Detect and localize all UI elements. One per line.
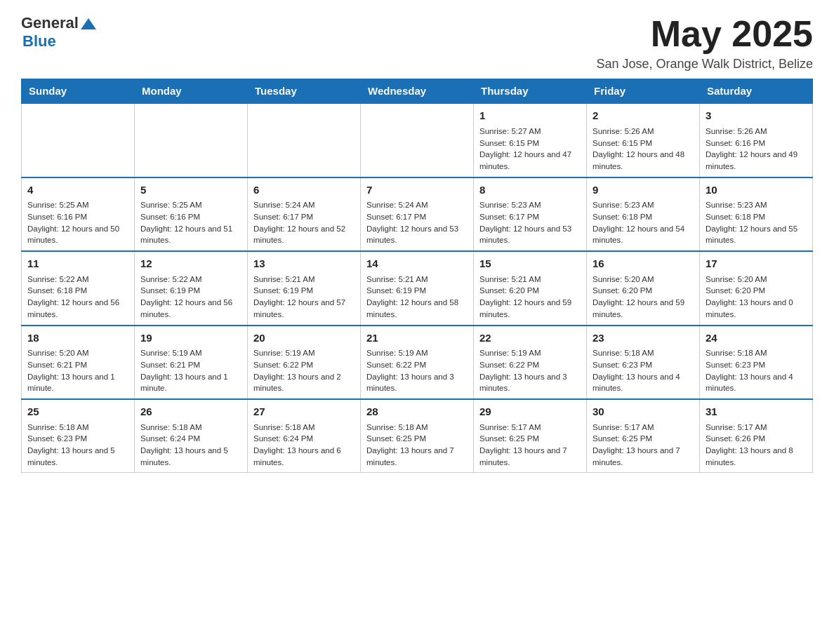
day-info: Sunrise: 5:24 AM Sunset: 6:17 PM Dayligh… <box>366 199 468 246</box>
calendar-cell: 14Sunrise: 5:21 AM Sunset: 6:19 PM Dayli… <box>361 251 474 325</box>
day-info: Sunrise: 5:19 AM Sunset: 6:22 PM Dayligh… <box>366 347 468 394</box>
day-info: Sunrise: 5:24 AM Sunset: 6:17 PM Dayligh… <box>253 199 355 246</box>
day-number: 23 <box>593 330 694 346</box>
day-info: Sunrise: 5:17 AM Sunset: 6:26 PM Dayligh… <box>706 422 807 469</box>
day-info: Sunrise: 5:22 AM Sunset: 6:18 PM Dayligh… <box>27 274 128 321</box>
calendar-cell: 24Sunrise: 5:18 AM Sunset: 6:23 PM Dayli… <box>700 326 813 399</box>
calendar-header-row: SundayMondayTuesdayWednesdayThursdayFrid… <box>22 79 813 104</box>
calendar-cell: 22Sunrise: 5:19 AM Sunset: 6:22 PM Dayli… <box>474 326 587 399</box>
day-info: Sunrise: 5:21 AM Sunset: 6:19 PM Dayligh… <box>366 274 468 321</box>
calendar-cell: 13Sunrise: 5:21 AM Sunset: 6:19 PM Dayli… <box>248 251 361 325</box>
day-info: Sunrise: 5:27 AM Sunset: 6:15 PM Dayligh… <box>479 126 581 173</box>
day-number: 14 <box>366 256 468 271</box>
calendar-cell: 12Sunrise: 5:22 AM Sunset: 6:19 PM Dayli… <box>135 251 248 325</box>
day-info: Sunrise: 5:20 AM Sunset: 6:20 PM Dayligh… <box>706 274 807 321</box>
day-number: 27 <box>253 404 355 420</box>
header-wednesday: Wednesday <box>361 79 474 104</box>
day-info: Sunrise: 5:19 AM Sunset: 6:22 PM Dayligh… <box>479 347 581 394</box>
day-info: Sunrise: 5:18 AM Sunset: 6:23 PM Dayligh… <box>706 347 807 394</box>
calendar-cell: 26Sunrise: 5:18 AM Sunset: 6:24 PM Dayli… <box>135 399 248 473</box>
day-number: 10 <box>706 182 807 198</box>
header-sunday: Sunday <box>22 79 135 104</box>
day-number: 22 <box>479 330 581 346</box>
calendar-table: SundayMondayTuesdayWednesdayThursdayFrid… <box>21 79 813 473</box>
day-number: 7 <box>366 182 468 198</box>
day-info: Sunrise: 5:22 AM Sunset: 6:19 PM Dayligh… <box>140 274 241 321</box>
day-number: 30 <box>593 404 694 420</box>
day-number: 6 <box>253 182 355 198</box>
calendar-cell: 23Sunrise: 5:18 AM Sunset: 6:23 PM Dayli… <box>587 326 700 399</box>
calendar-cell: 18Sunrise: 5:20 AM Sunset: 6:21 PM Dayli… <box>22 326 135 399</box>
month-title: May 2025 <box>597 14 813 54</box>
week-row-3: 11Sunrise: 5:22 AM Sunset: 6:18 PM Dayli… <box>22 251 813 325</box>
calendar-cell: 4Sunrise: 5:25 AM Sunset: 6:16 PM Daylig… <box>22 177 135 251</box>
day-number: 9 <box>593 182 694 198</box>
day-number: 31 <box>706 404 807 420</box>
day-number: 16 <box>593 256 694 271</box>
calendar-cell <box>361 103 474 177</box>
day-info: Sunrise: 5:21 AM Sunset: 6:19 PM Dayligh… <box>253 274 355 321</box>
logo-blue-text: Blue <box>22 32 56 51</box>
day-number: 4 <box>27 182 128 198</box>
day-info: Sunrise: 5:19 AM Sunset: 6:22 PM Dayligh… <box>253 347 355 394</box>
calendar-cell: 1Sunrise: 5:27 AM Sunset: 6:15 PM Daylig… <box>474 103 587 177</box>
calendar-cell: 17Sunrise: 5:20 AM Sunset: 6:20 PM Dayli… <box>700 251 813 325</box>
day-number: 29 <box>479 404 581 420</box>
day-number: 25 <box>27 404 128 420</box>
day-info: Sunrise: 5:18 AM Sunset: 6:24 PM Dayligh… <box>253 422 355 469</box>
day-number: 19 <box>140 330 241 346</box>
header-tuesday: Tuesday <box>248 79 361 104</box>
day-number: 13 <box>253 256 355 271</box>
calendar-cell <box>22 103 135 177</box>
day-number: 24 <box>706 330 807 346</box>
day-number: 11 <box>27 256 128 271</box>
calendar-cell: 10Sunrise: 5:23 AM Sunset: 6:18 PM Dayli… <box>700 177 813 251</box>
day-info: Sunrise: 5:20 AM Sunset: 6:20 PM Dayligh… <box>593 274 694 321</box>
calendar-cell: 2Sunrise: 5:26 AM Sunset: 6:15 PM Daylig… <box>587 103 700 177</box>
day-number: 12 <box>140 256 241 271</box>
day-number: 2 <box>593 108 694 123</box>
day-info: Sunrise: 5:23 AM Sunset: 6:18 PM Dayligh… <box>706 199 807 246</box>
day-info: Sunrise: 5:25 AM Sunset: 6:16 PM Dayligh… <box>140 199 241 246</box>
day-info: Sunrise: 5:19 AM Sunset: 6:21 PM Dayligh… <box>140 347 241 394</box>
header-monday: Monday <box>135 79 248 104</box>
day-number: 8 <box>479 182 581 198</box>
week-row-2: 4Sunrise: 5:25 AM Sunset: 6:16 PM Daylig… <box>22 177 813 251</box>
svg-marker-0 <box>81 18 96 29</box>
calendar-cell: 25Sunrise: 5:18 AM Sunset: 6:23 PM Dayli… <box>22 399 135 473</box>
day-number: 15 <box>479 256 581 271</box>
calendar-cell: 11Sunrise: 5:22 AM Sunset: 6:18 PM Dayli… <box>22 251 135 325</box>
day-number: 18 <box>27 330 128 346</box>
day-number: 21 <box>366 330 468 346</box>
day-info: Sunrise: 5:18 AM Sunset: 6:23 PM Dayligh… <box>593 347 694 394</box>
day-info: Sunrise: 5:20 AM Sunset: 6:21 PM Dayligh… <box>27 347 128 394</box>
logo: General Blue <box>21 14 96 51</box>
day-info: Sunrise: 5:25 AM Sunset: 6:16 PM Dayligh… <box>27 199 128 246</box>
week-row-1: 1Sunrise: 5:27 AM Sunset: 6:15 PM Daylig… <box>22 103 813 177</box>
day-number: 3 <box>706 108 807 123</box>
calendar-cell: 30Sunrise: 5:17 AM Sunset: 6:25 PM Dayli… <box>587 399 700 473</box>
day-info: Sunrise: 5:18 AM Sunset: 6:24 PM Dayligh… <box>140 422 241 469</box>
week-row-5: 25Sunrise: 5:18 AM Sunset: 6:23 PM Dayli… <box>22 399 813 473</box>
calendar-cell: 20Sunrise: 5:19 AM Sunset: 6:22 PM Dayli… <box>248 326 361 399</box>
logo-general-text: General <box>21 14 79 32</box>
day-number: 1 <box>479 108 581 123</box>
day-info: Sunrise: 5:21 AM Sunset: 6:20 PM Dayligh… <box>479 274 581 321</box>
day-info: Sunrise: 5:17 AM Sunset: 6:25 PM Dayligh… <box>479 422 581 469</box>
week-row-4: 18Sunrise: 5:20 AM Sunset: 6:21 PM Dayli… <box>22 326 813 399</box>
calendar-cell: 27Sunrise: 5:18 AM Sunset: 6:24 PM Dayli… <box>248 399 361 473</box>
calendar-cell: 6Sunrise: 5:24 AM Sunset: 6:17 PM Daylig… <box>248 177 361 251</box>
day-number: 17 <box>706 256 807 271</box>
day-info: Sunrise: 5:18 AM Sunset: 6:25 PM Dayligh… <box>366 422 468 469</box>
day-number: 26 <box>140 404 241 420</box>
day-info: Sunrise: 5:17 AM Sunset: 6:25 PM Dayligh… <box>593 422 694 469</box>
calendar-cell: 15Sunrise: 5:21 AM Sunset: 6:20 PM Dayli… <box>474 251 587 325</box>
day-info: Sunrise: 5:23 AM Sunset: 6:17 PM Dayligh… <box>479 199 581 246</box>
day-number: 20 <box>253 330 355 346</box>
calendar-cell: 28Sunrise: 5:18 AM Sunset: 6:25 PM Dayli… <box>361 399 474 473</box>
day-number: 28 <box>366 404 468 420</box>
location-title: San Jose, Orange Walk District, Belize <box>597 57 813 72</box>
calendar-cell <box>135 103 248 177</box>
calendar-cell: 9Sunrise: 5:23 AM Sunset: 6:18 PM Daylig… <box>587 177 700 251</box>
day-number: 5 <box>140 182 241 198</box>
